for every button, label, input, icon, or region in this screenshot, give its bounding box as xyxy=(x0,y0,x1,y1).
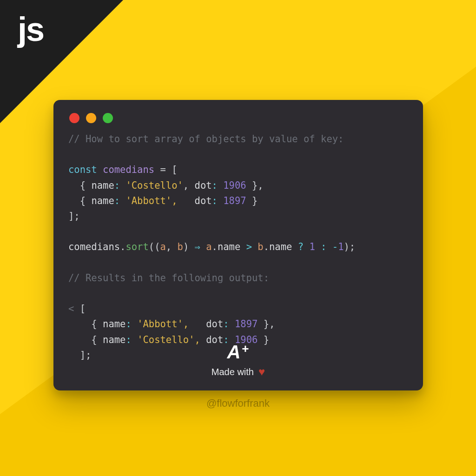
grade-plus: + xyxy=(242,342,249,356)
js-label: js xyxy=(18,10,44,48)
code-identifier: comedians xyxy=(103,164,154,175)
made-with-text: Made with xyxy=(212,367,254,377)
output-caret-icon: < xyxy=(68,303,80,314)
code-comment: // How to sort array of objects by value… xyxy=(68,133,344,145)
code-keyword: const xyxy=(68,164,97,175)
code-punct: = [ xyxy=(154,164,177,175)
grade-letter: A xyxy=(227,342,241,362)
window-traffic-lights xyxy=(68,111,408,132)
footer-badge: A+ Made with ♥ xyxy=(53,342,423,378)
maximize-icon[interactable] xyxy=(103,113,113,123)
code-window: // How to sort array of objects by value… xyxy=(53,100,423,390)
grade-badge: A+ xyxy=(227,342,249,363)
code-comment: // Results in the following output: xyxy=(68,272,269,284)
close-icon[interactable] xyxy=(69,113,79,123)
minimize-icon[interactable] xyxy=(86,113,96,123)
author-handle: @flowforfrank xyxy=(0,397,476,410)
code-block: // How to sort array of objects by value… xyxy=(68,132,408,363)
heart-icon: ♥ xyxy=(258,365,265,378)
stage: js // How to sort array of objects by va… xyxy=(0,0,476,476)
made-with-line: Made with ♥ xyxy=(212,365,265,378)
